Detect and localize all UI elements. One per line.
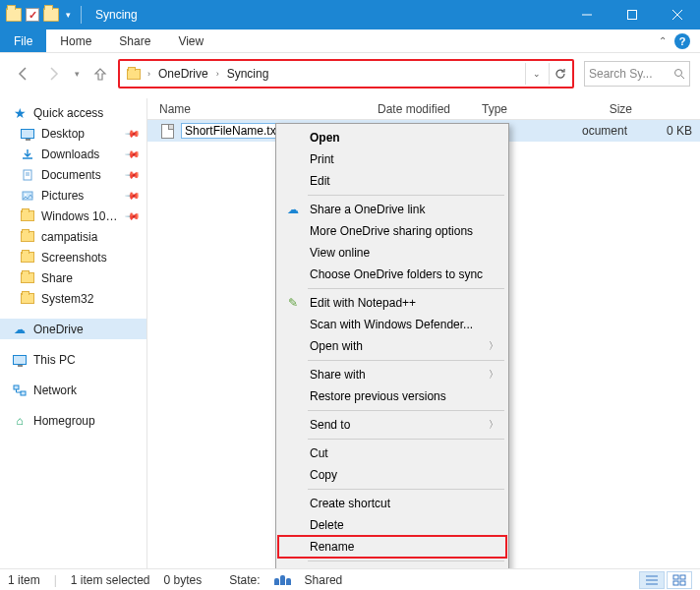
sidebar-item-label: Windows 10 PC 1	[41, 209, 120, 223]
ctx-share-onedrive-link[interactable]: ☁ Share a OneDrive link	[278, 199, 506, 220]
documents-icon	[20, 168, 35, 182]
folder-icon	[20, 230, 35, 244]
sidebar-item-system32[interactable]: System32	[0, 288, 146, 309]
nav-recent-dropdown[interactable]: ▾	[71, 62, 83, 86]
window-title: Syncing	[95, 8, 138, 22]
collapse-ribbon-icon[interactable]: ⌃	[659, 35, 667, 46]
refresh-button[interactable]	[549, 63, 570, 85]
ctx-open-with[interactable]: Open with〉	[278, 335, 506, 357]
sidebar-item-label: OneDrive	[33, 323, 84, 336]
chevron-right-icon[interactable]: ›	[146, 69, 152, 79]
ctx-restore-previous[interactable]: Restore previous versions	[278, 385, 506, 407]
sidebar-item-label: campatisia	[41, 230, 97, 244]
status-bytes: 0 bytes	[164, 573, 203, 587]
sidebar-item-documents[interactable]: Documents 📌	[0, 164, 146, 185]
folder-icon	[20, 251, 35, 265]
sidebar-quick-access[interactable]: ★ Quick access	[0, 102, 146, 123]
file-name[interactable]: ShortFileName.txt	[181, 123, 283, 139]
chevron-right-icon: 〉	[489, 368, 498, 382]
sidebar-network[interactable]: Network	[0, 380, 146, 400]
column-headers: Name Date modified Type Size	[147, 98, 700, 120]
cloud-icon: ☁	[284, 203, 302, 216]
sidebar-item-share[interactable]: Share	[0, 267, 146, 288]
nav-up-button[interactable]	[88, 62, 112, 86]
chevron-right-icon[interactable]: ›	[214, 69, 221, 79]
column-date[interactable]: Date modified	[370, 102, 474, 116]
sidebar-item-windows10pc[interactable]: Windows 10 PC 1 📌	[0, 206, 146, 226]
tab-view[interactable]: View	[164, 30, 217, 52]
svg-rect-17	[680, 575, 685, 579]
ctx-cut[interactable]: Cut	[278, 442, 506, 464]
downloads-icon	[20, 148, 35, 161]
sidebar-item-label: Share	[41, 271, 73, 285]
ctx-view-online[interactable]: View online	[278, 242, 506, 264]
ctx-share-with[interactable]: Share with〉	[278, 364, 506, 385]
search-input[interactable]: Search Sy...	[584, 61, 690, 87]
pin-icon: 📌	[125, 207, 141, 223]
qa-check-icon[interactable]: ✓	[26, 8, 39, 22]
ctx-copy[interactable]: Copy	[278, 464, 506, 486]
view-details-button[interactable]	[639, 571, 665, 589]
ctx-edit-notepad-pp[interactable]: ✎ Edit with Notepad++	[278, 292, 506, 314]
sidebar-item-desktop[interactable]: Desktop 📌	[0, 123, 146, 144]
ctx-open[interactable]: Open	[278, 127, 506, 148]
column-name[interactable]: Name	[147, 102, 370, 116]
minimize-button[interactable]	[564, 0, 610, 30]
folder-icon	[124, 69, 144, 80]
pc-icon	[12, 353, 28, 367]
folder-icon	[43, 8, 59, 22]
sidebar-item-screenshots[interactable]: Screenshots	[0, 247, 146, 267]
help-icon[interactable]: ?	[674, 33, 690, 49]
sidebar-item-downloads[interactable]: Downloads 📌	[0, 144, 146, 164]
ctx-create-shortcut[interactable]: Create shortcut	[278, 493, 506, 514]
column-type[interactable]: Type	[474, 102, 572, 116]
sidebar-item-label: Documents	[41, 168, 101, 182]
ctx-send-to[interactable]: Send to〉	[278, 414, 506, 436]
address-segment[interactable]: OneDrive	[154, 67, 212, 81]
maximize-button[interactable]	[610, 0, 655, 30]
text-file-icon	[159, 124, 175, 138]
ctx-delete[interactable]: Delete	[278, 514, 506, 536]
nav-back-button[interactable]	[12, 62, 35, 86]
tab-share[interactable]: Share	[105, 30, 164, 52]
status-selected: 1 item selected	[71, 573, 150, 587]
close-button[interactable]	[655, 0, 700, 30]
address-segment[interactable]: Syncing	[223, 67, 273, 81]
ctx-edit[interactable]: Edit	[278, 170, 506, 192]
address-bar[interactable]: › OneDrive › Syncing ⌄	[118, 59, 574, 88]
sidebar-item-label: Desktop	[41, 127, 85, 141]
sidebar-onedrive[interactable]: ☁ OneDrive	[0, 319, 146, 339]
pin-icon: 📌	[125, 166, 141, 182]
sidebar-item-label: Quick access	[33, 106, 103, 120]
nav-forward-button[interactable]	[41, 62, 65, 86]
pictures-icon	[20, 189, 35, 203]
ribbon-tabs: File Home Share View ⌃ ?	[0, 30, 700, 53]
file-size: 0 KB	[667, 124, 692, 138]
svg-point-10	[25, 194, 27, 196]
star-icon: ★	[12, 106, 28, 120]
ctx-print[interactable]: Print	[278, 148, 506, 170]
qa-dropdown-icon[interactable]: ▾	[63, 10, 73, 20]
ctx-choose-folders-sync[interactable]: Choose OneDrive folders to sync	[278, 264, 506, 285]
sidebar-item-label: Homegroup	[33, 414, 95, 428]
ctx-scan-defender[interactable]: Scan with Windows Defender...	[278, 314, 506, 335]
sidebar-item-campatisia[interactable]: campatisia	[0, 226, 146, 247]
pin-icon: 📌	[125, 125, 141, 141]
svg-rect-18	[673, 581, 678, 585]
column-size[interactable]: Size	[572, 102, 641, 116]
sidebar-item-pictures[interactable]: Pictures 📌	[0, 185, 146, 206]
svg-rect-11	[14, 385, 19, 389]
chevron-right-icon: 〉	[489, 418, 498, 432]
view-large-icons-button[interactable]	[667, 571, 692, 589]
address-dropdown-button[interactable]: ⌄	[525, 63, 547, 85]
sidebar-this-pc[interactable]: This PC	[0, 349, 146, 370]
sidebar-homegroup[interactable]: ⌂ Homegroup	[0, 410, 146, 431]
tab-home[interactable]: Home	[46, 30, 105, 52]
ctx-rename[interactable]: Rename	[278, 536, 506, 558]
separator	[308, 360, 504, 361]
tab-file[interactable]: File	[0, 30, 46, 52]
cloud-icon: ☁	[12, 323, 28, 336]
sidebar-item-label: Downloads	[41, 148, 99, 161]
ctx-more-onedrive-sharing[interactable]: More OneDrive sharing options	[278, 220, 506, 242]
file-type-fragment: ocument	[582, 124, 627, 138]
